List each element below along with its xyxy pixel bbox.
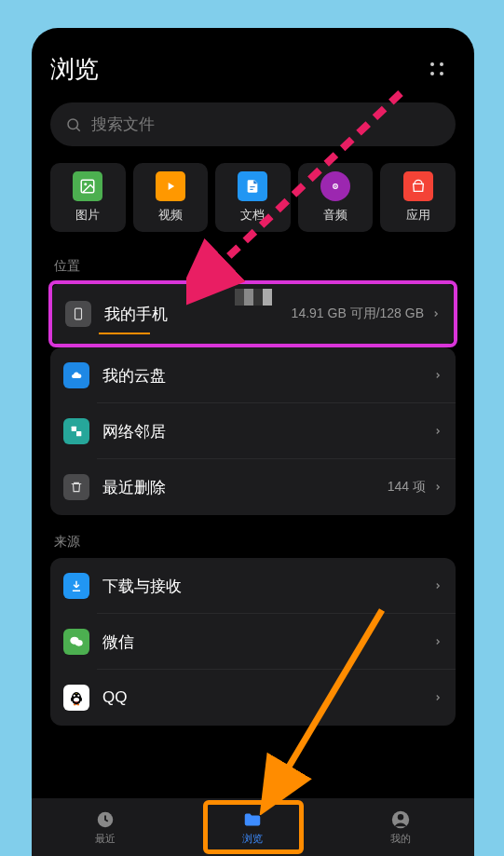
search-icon xyxy=(65,116,82,133)
audio-icon xyxy=(320,171,350,201)
source-wechat[interactable]: 微信 xyxy=(50,614,456,670)
trash-icon xyxy=(63,474,89,500)
category-label: 视频 xyxy=(158,207,183,224)
nav-label: 最近 xyxy=(95,832,116,846)
chevron-right-icon xyxy=(433,690,443,705)
image-icon xyxy=(73,171,102,201)
document-icon xyxy=(238,171,267,201)
chevron-right-icon xyxy=(433,578,443,593)
item-meta: 14.91 GB 可用/128 GB xyxy=(292,306,424,322)
clock-icon xyxy=(95,809,116,830)
chevron-right-icon xyxy=(433,480,443,495)
category-label: 应用 xyxy=(406,207,430,224)
item-label: 网络邻居 xyxy=(102,421,433,442)
category-videos[interactable]: 视频 xyxy=(133,163,209,232)
source-download[interactable]: 下载与接收 xyxy=(50,558,456,614)
category-label: 图片 xyxy=(75,207,100,224)
item-label: 最近删除 xyxy=(102,477,388,498)
chevron-right-icon xyxy=(431,306,441,321)
page-title: 浏览 xyxy=(50,53,99,86)
svg-point-14 xyxy=(74,698,79,702)
item-meta: 144 项 xyxy=(388,479,426,496)
orange-underline xyxy=(99,333,150,334)
video-icon xyxy=(156,171,185,201)
svg-point-7 xyxy=(334,185,336,187)
phone-icon xyxy=(65,301,91,327)
svg-point-16 xyxy=(77,695,79,697)
wechat-icon xyxy=(63,629,89,655)
item-label: 下载与接收 xyxy=(102,576,433,597)
item-label: QQ xyxy=(102,688,433,707)
menu-dots-icon xyxy=(430,62,443,75)
location-cloud[interactable]: 我的云盘 xyxy=(50,347,456,403)
svg-point-3 xyxy=(85,183,88,185)
svg-line-1 xyxy=(76,128,80,131)
search-placeholder: 搜索文件 xyxy=(91,114,155,135)
svg-point-15 xyxy=(74,695,75,697)
svg-point-20 xyxy=(398,814,403,820)
nav-label: 浏览 xyxy=(242,832,263,846)
nav-recent[interactable]: 最近 xyxy=(32,798,179,856)
category-audio[interactable]: 音频 xyxy=(298,163,374,232)
nav-label: 我的 xyxy=(390,832,411,846)
category-apps[interactable]: 应用 xyxy=(380,163,456,232)
category-documents[interactable]: 文档 xyxy=(215,163,291,232)
svg-rect-9 xyxy=(72,427,76,431)
location-network[interactable]: 网络邻居 xyxy=(50,403,456,459)
item-label: 我的云盘 xyxy=(102,365,433,387)
svg-rect-8 xyxy=(75,308,82,319)
item-label: 我的手机 xyxy=(104,304,292,325)
tutorial-highlight-phone: 我的手机 14.91 GB 可用/128 GB xyxy=(48,280,457,347)
section-label-source: 来源 xyxy=(50,534,456,550)
source-qq[interactable]: QQ xyxy=(50,670,456,726)
svg-point-12 xyxy=(75,640,83,646)
cloud-icon xyxy=(63,362,89,388)
qq-icon xyxy=(63,685,89,711)
chevron-right-icon xyxy=(433,368,443,383)
nav-mine[interactable]: 我的 xyxy=(327,798,474,856)
search-input[interactable]: 搜索文件 xyxy=(50,102,456,146)
chevron-right-icon xyxy=(433,634,443,649)
network-icon xyxy=(63,418,89,444)
menu-button[interactable] xyxy=(418,50,456,88)
chevron-right-icon xyxy=(433,424,443,439)
category-label: 音频 xyxy=(323,207,347,224)
item-label: 微信 xyxy=(102,632,433,653)
svg-rect-10 xyxy=(76,431,81,436)
svg-point-0 xyxy=(68,119,78,129)
category-images[interactable]: 图片 xyxy=(50,163,126,232)
app-icon xyxy=(403,171,433,201)
location-trash[interactable]: 最近删除 144 项 xyxy=(50,459,456,515)
download-icon xyxy=(63,573,89,599)
bottom-nav: 最近 浏览 我的 xyxy=(32,798,474,856)
folder-icon xyxy=(241,809,264,830)
section-label-location: 位置 xyxy=(50,258,456,275)
person-icon xyxy=(390,809,411,830)
nav-browse[interactable]: 浏览 xyxy=(179,798,326,856)
category-label: 文档 xyxy=(240,207,265,224)
location-my-phone[interactable]: 我的手机 14.91 GB 可用/128 GB xyxy=(52,284,454,344)
category-grid: 图片 视频 文档 音频 应用 xyxy=(50,163,456,232)
svg-point-17 xyxy=(75,693,77,694)
